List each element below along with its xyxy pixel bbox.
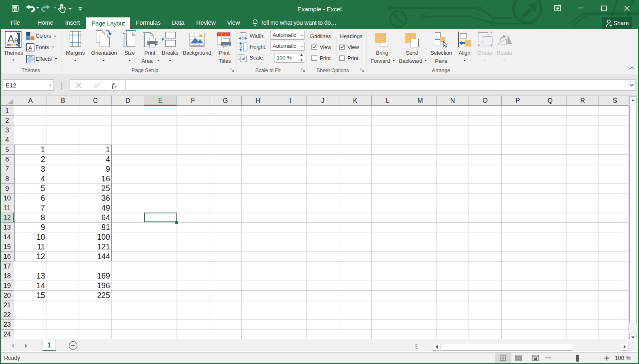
svg-text:A: A [7,33,15,45]
svg-text:a: a [14,36,19,44]
svg-text:A: A [28,44,32,51]
svg-text:x: x [114,84,117,89]
